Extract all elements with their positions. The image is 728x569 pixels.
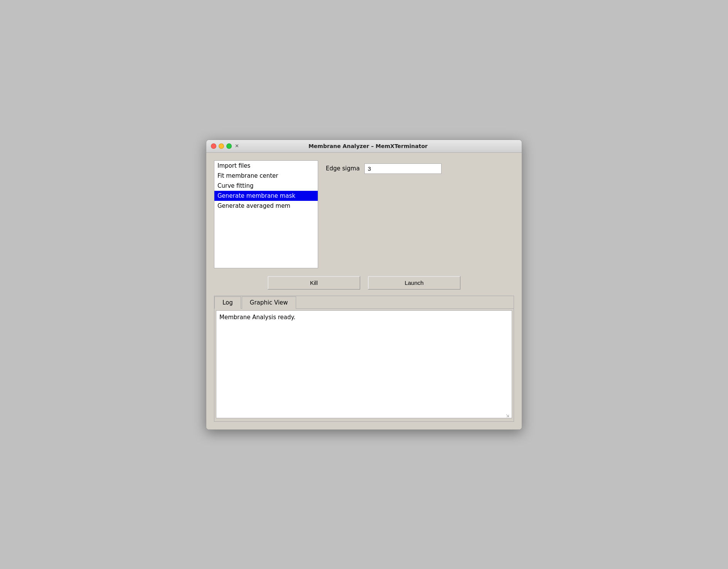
content-area: Import files Fit membrane center Curve f… [206, 153, 522, 429]
close-button[interactable] [211, 143, 216, 149]
resize-handle-icon[interactable]: ⇲ [506, 414, 511, 418]
tab-graphic-view[interactable]: Graphic View [242, 296, 296, 309]
titlebar: ✕ Membrane Analyzer – MemXTerminator [206, 140, 522, 153]
listbox-item-fit-membrane[interactable]: Fit membrane center [214, 171, 318, 181]
edge-sigma-input[interactable] [364, 163, 442, 174]
log-textarea[interactable]: Membrane Analysis ready. [216, 310, 512, 418]
top-section: Import files Fit membrane center Curve f… [214, 160, 514, 268]
main-window: ✕ Membrane Analyzer – MemXTerminator Imp… [206, 140, 522, 430]
listbox-item-import-files[interactable]: Import files [214, 161, 318, 171]
edge-sigma-row: Edge sigma [326, 163, 514, 174]
tab-log[interactable]: Log [214, 296, 241, 309]
log-content-wrapper: Membrane Analysis ready. ⇲ [216, 310, 512, 420]
right-panel: Edge sigma [326, 160, 514, 268]
launch-button[interactable]: Launch [368, 276, 460, 290]
listbox-item-generate-averaged[interactable]: Generate averaged mem [214, 201, 318, 211]
kill-button[interactable]: Kill [268, 276, 360, 290]
listbox-item-curve-fitting[interactable]: Curve fitting [214, 181, 318, 191]
window-title: Membrane Analyzer – MemXTerminator [219, 143, 517, 149]
tab-content: Membrane Analysis ready. ⇲ [214, 309, 514, 421]
tabs-section: Log Graphic View Membrane Analysis ready… [214, 296, 514, 422]
action-buttons: Kill Launch [214, 276, 514, 290]
step-listbox[interactable]: Import files Fit membrane center Curve f… [214, 160, 318, 268]
listbox-item-generate-mask[interactable]: Generate membrane mask [214, 191, 318, 201]
tab-bar: Log Graphic View [214, 296, 514, 309]
edge-sigma-label: Edge sigma [326, 165, 360, 172]
